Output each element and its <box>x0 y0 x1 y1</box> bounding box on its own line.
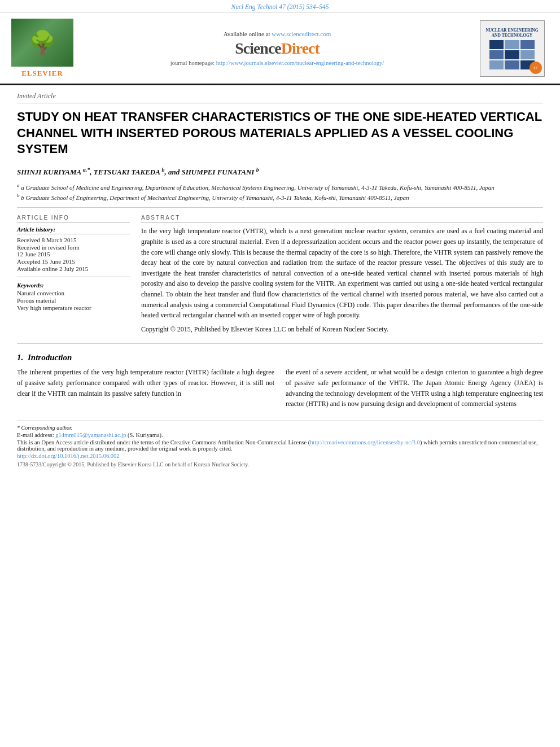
doi-link[interactable]: http://dx.doi.org/10.1016/j.net.2015.06.… <box>17 453 120 459</box>
abstract-label: ABSTRACT <box>141 215 543 222</box>
net-logo-cell-8 <box>505 60 519 69</box>
cc-license-link[interactable]: http://creativecommons.org/licenses/by-n… <box>310 439 420 445</box>
issn-line: 1738-5733/Copyright © 2015, Published by… <box>17 461 543 468</box>
revised-date: Received in revised form 12 June 2015 <box>17 244 130 257</box>
invited-article-label: Invited Article <box>17 92 543 103</box>
article-title: STUDY ON HEAT TRANSFER CHARACTERISTICS O… <box>17 109 543 158</box>
elsevier-logo-area: ELSEVIER <box>6 19 79 78</box>
section-number: 1. <box>17 353 23 362</box>
sciencedirect-center: Available online at www.sciencedirect.co… <box>85 19 470 78</box>
email-line: E-mail address: g14mm015@yamanashi.ac.jp… <box>17 432 543 438</box>
net-logo-badge: 47 <box>530 62 542 74</box>
keywords-label: Keywords: <box>17 282 130 289</box>
introduction-section-title: 1. Introduction <box>17 353 543 362</box>
keywords-divider <box>17 277 130 277</box>
affiliation-a: a a Graduate School of Medicine and Engi… <box>17 182 543 191</box>
keyword-1: Natural convection <box>17 290 130 296</box>
abstract-column: ABSTRACT In the very high temperature re… <box>141 215 543 334</box>
two-col-info-abstract: ARTICLE INFO Article history: Received 8… <box>17 215 543 334</box>
journal-reference-bar: Nucl Eng Technol 47 (2015) 534–545 <box>0 0 560 13</box>
net-logo-grid <box>489 40 535 69</box>
net-logo-area: NUCLEAR ENGINEERING AND TECHNOLOGY 47 <box>475 19 549 78</box>
journal-homepage: journal homepage: http://www.journals.el… <box>170 60 384 66</box>
journal-homepage-link[interactable]: http://www.journals.elsevier.com/nuclear… <box>216 60 384 66</box>
authors-line: SHINJI KURIYAMA a,*, TETSUAKI TAKEDA b, … <box>17 167 543 177</box>
article-info-label: ARTICLE INFO <box>17 215 130 222</box>
section-divider-1 <box>17 207 543 208</box>
available-online-text: Available online at www.sciencedirect.co… <box>224 30 331 37</box>
net-logo-cell-4 <box>489 50 504 59</box>
abstract-text: In the very high temperature reactor (VH… <box>141 226 543 334</box>
received-date: Received 8 March 2015 <box>17 237 130 243</box>
open-access-line: This is an Open Access article distribut… <box>17 439 543 452</box>
intro-left-col: The inherent properties of the very high… <box>17 367 274 409</box>
net-logo-cell-2 <box>505 40 519 49</box>
net-logo-cell-6 <box>520 50 535 59</box>
net-logo-box: NUCLEAR ENGINEERING AND TECHNOLOGY 47 <box>480 20 545 77</box>
affiliation-b: b b Graduate School of Engineering, Depa… <box>17 193 543 201</box>
keyword-2: Porous material <box>17 297 130 304</box>
net-logo-cell-5 <box>505 50 519 59</box>
net-logo-cell-3 <box>520 40 535 49</box>
history-divider <box>17 234 130 234</box>
net-logo-cell-7 <box>489 60 504 69</box>
doi-line: http://dx.doi.org/10.1016/j.net.2015.06.… <box>17 453 543 459</box>
footnote-section: * Corresponding author. E-mail address: … <box>17 421 543 468</box>
intro-right-col: the event of a severe accident, or what … <box>286 367 543 409</box>
section-divider-2 <box>17 343 543 344</box>
section-title-text: Introduction <box>28 353 72 362</box>
net-logo-title: NUCLEAR ENGINEERING AND TECHNOLOGY <box>483 28 542 38</box>
corresponding-author-label: * Corresponding author. <box>17 425 543 431</box>
article-info-column: ARTICLE INFO Article history: Received 8… <box>17 215 130 334</box>
article-history-label: Article history: <box>17 226 130 233</box>
sciencedirect-logo: ScienceDirect <box>235 40 320 58</box>
article-body: Invited Article STUDY ON HEAT TRANSFER C… <box>0 85 560 479</box>
header-area: ELSEVIER Available online at www.science… <box>0 13 560 85</box>
journal-reference-text: Nucl Eng Technol 47 (2015) 534–545 <box>231 3 329 10</box>
online-date: Available online 2 July 2015 <box>17 265 130 272</box>
introduction-two-col: The inherent properties of the very high… <box>17 367 543 409</box>
elsevier-tree-logo <box>11 19 73 67</box>
email-link[interactable]: g14mm015@yamanashi.ac.jp <box>55 432 126 438</box>
available-online-link[interactable]: www.sciencedirect.com <box>272 30 331 37</box>
elsevier-label: ELSEVIER <box>21 69 63 78</box>
abstract-copyright: Copyright © 2015, Published by Elsevier … <box>141 324 543 335</box>
keyword-3: Very high temperature reactor <box>17 304 130 311</box>
net-logo-cell-1 <box>489 40 504 49</box>
accepted-date: Accepted 15 June 2015 <box>17 258 130 265</box>
